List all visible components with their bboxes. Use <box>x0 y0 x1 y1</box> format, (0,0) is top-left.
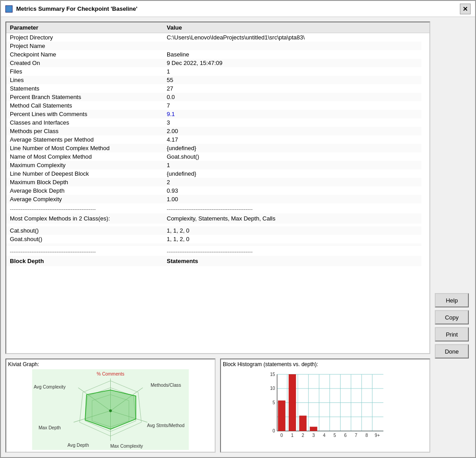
value-cell: 2 <box>163 178 421 186</box>
table-row: Average Block Depth0.93 <box>6 186 429 195</box>
param-cell: Project Name <box>6 42 163 50</box>
kiviat-svg: % Comments Methods/Class Avg Stmts/Metho… <box>8 369 213 450</box>
col-header-scroll <box>421 22 429 33</box>
window-title: Metrics Summary For Checkpoint 'Baseline… <box>16 5 138 12</box>
param-cell: Percent Branch Statements <box>6 93 163 101</box>
param-cell: Average Block Depth <box>6 186 163 195</box>
svg-text:5: 5 <box>273 400 275 405</box>
block-depth-label: Block Depth <box>6 256 163 266</box>
title-bar: Metrics Summary For Checkpoint 'Baseline… <box>1 1 475 17</box>
title-bar-left: Metrics Summary For Checkpoint 'Baseline… <box>5 5 138 13</box>
svg-point-18 <box>109 409 112 412</box>
table-row: Average Statements per Method4.17 <box>6 135 429 144</box>
svg-text:% Comments: % Comments <box>97 372 125 376</box>
method1-param: Cat.shout() <box>6 226 163 235</box>
table-row: Name of Most Complex MethodGoat.shout() <box>6 152 429 161</box>
value-cell: 9.1 <box>163 110 421 118</box>
value-cell: Goat.shout() <box>163 152 421 161</box>
value-cell: 9 Dec 2022, 15:47:09 <box>163 59 421 67</box>
value-cell: {undefined} <box>163 144 421 152</box>
print-button[interactable]: Print <box>435 327 469 341</box>
param-cell: Created On <box>6 59 163 67</box>
kiviat-section: Kiviat Graph: <box>5 359 216 453</box>
divider-row-2: ----------------------------------------… <box>6 246 429 256</box>
param-cell: Method Call Statements <box>6 101 163 110</box>
value-cell: C:\Users\Lenovo\IdeaProjects\untitled1\s… <box>163 33 421 42</box>
value-cell: 1 <box>163 161 421 169</box>
value-cell: 27 <box>163 84 421 93</box>
svg-rect-36 <box>278 401 286 431</box>
table-row: Created On9 Dec 2022, 15:47:09 <box>6 59 429 67</box>
param-cell: Project Directory <box>6 33 163 42</box>
value-cell: 0.93 <box>163 186 421 195</box>
table-row: Line Number of Deepest Block{undefined} <box>6 169 429 178</box>
close-button[interactable]: ✕ <box>460 4 471 14</box>
complex-methods-header: Most Complex Methods in 2 Class(es):Comp… <box>6 213 429 224</box>
svg-rect-37 <box>289 374 296 431</box>
col-header-param: Parameter <box>6 22 163 33</box>
window-icon <box>5 5 13 13</box>
divider-value: ----------------------------------------… <box>163 203 421 213</box>
value-cell: 4.17 <box>163 135 421 144</box>
svg-text:10: 10 <box>270 386 275 391</box>
main-window: Metrics Summary For Checkpoint 'Baseline… <box>0 0 476 458</box>
divider-param: ----------------------------------------… <box>6 203 163 213</box>
value-cell: 55 <box>163 76 421 84</box>
svg-text:7: 7 <box>355 433 358 438</box>
metrics-table-container[interactable]: Parameter Value Project DirectoryC:\User… <box>5 22 430 354</box>
value-cell: 2.00 <box>163 127 421 135</box>
table-row: Percent Lines with Comments9.1 <box>6 110 429 118</box>
table-row: Lines55 <box>6 76 429 84</box>
method1-value: 1, 1, 2, 0 <box>163 226 421 235</box>
table-row: Average Complexity1.00 <box>6 195 429 203</box>
param-cell: Checkpoint Name <box>6 50 163 59</box>
histogram-section: Block Histogram (statements vs. depth): <box>220 359 430 453</box>
value-cell <box>163 42 421 50</box>
done-button[interactable]: Done <box>435 344 469 359</box>
value-cell: 3 <box>163 118 421 127</box>
param-cell: Lines <box>6 76 163 84</box>
table-row: Classes and Interfaces3 <box>6 118 429 127</box>
value-cell: 1.00 <box>163 195 421 203</box>
table-row: Files1 <box>6 67 429 76</box>
param-cell: Average Complexity <box>6 195 163 203</box>
bottom-section: Kiviat Graph: <box>5 359 430 453</box>
method2-param: Goat.shout() <box>6 235 163 243</box>
svg-text:9+: 9+ <box>375 433 380 438</box>
svg-text:5: 5 <box>333 433 336 438</box>
svg-text:0: 0 <box>273 428 275 433</box>
param-cell: Line Number of Most Complex Method <box>6 144 163 152</box>
right-buttons: Help Copy Print Done <box>435 22 471 453</box>
value-cell: {undefined} <box>163 169 421 178</box>
table-row: Method Call Statements7 <box>6 101 429 110</box>
kiviat-label: Kiviat Graph: <box>8 361 213 367</box>
table-row: Project Name <box>6 42 429 50</box>
kiviat-chart: % Comments Methods/Class Avg Stmts/Metho… <box>8 369 213 450</box>
left-panel: Parameter Value Project DirectoryC:\User… <box>5 22 430 453</box>
histogram-label: Block Histogram (statements vs. depth): <box>223 361 428 367</box>
svg-text:4: 4 <box>323 433 325 438</box>
col-header-value: Value <box>163 22 421 33</box>
svg-text:Avg Depth: Avg Depth <box>68 443 89 448</box>
param-cell: Name of Most Complex Method <box>6 152 163 161</box>
copy-button[interactable]: Copy <box>435 310 469 324</box>
method-row-2: Goat.shout()1, 1, 2, 0 <box>6 235 429 243</box>
value-cell: Baseline <box>163 50 421 59</box>
method2-value: 1, 1, 2, 0 <box>163 235 421 243</box>
value-cell: 0.0 <box>163 93 421 101</box>
table-row: Maximum Complexity1 <box>6 161 429 169</box>
main-content: Parameter Value Project DirectoryC:\User… <box>1 17 475 457</box>
param-cell: Maximum Complexity <box>6 161 163 169</box>
param-cell: Line Number of Deepest Block <box>6 169 163 178</box>
metrics-table: Parameter Value Project DirectoryC:\User… <box>6 22 429 266</box>
table-row: Percent Branch Statements0.0 <box>6 93 429 101</box>
divider2-param: ----------------------------------------… <box>6 246 163 256</box>
table-row: Maximum Block Depth2 <box>6 178 429 186</box>
statements-label: Statements <box>163 256 421 266</box>
param-cell: Maximum Block Depth <box>6 178 163 186</box>
divider2-value: ----------------------------------------… <box>163 246 421 256</box>
param-cell: Percent Lines with Comments <box>6 110 163 118</box>
table-row: Line Number of Most Complex Method{undef… <box>6 144 429 152</box>
help-button[interactable]: Help <box>435 293 469 307</box>
svg-rect-38 <box>299 416 307 431</box>
